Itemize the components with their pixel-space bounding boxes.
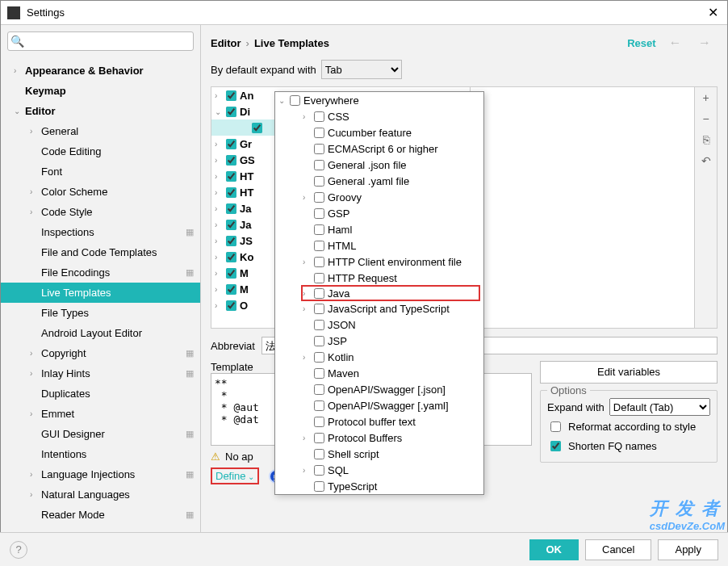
tool-button[interactable]: ↶ [695, 150, 717, 171]
sidebar-item[interactable]: ›Appearance & Behavior [1, 61, 200, 81]
context-item[interactable]: TypeScript [275, 478, 483, 494]
ok-button[interactable]: OK [529, 539, 579, 560]
template-preview [470, 87, 694, 328]
sidebar-item[interactable]: File Encodings▦ [1, 262, 200, 283]
sidebar-item[interactable]: Keymap [1, 81, 200, 101]
context-item[interactable]: ›SQL [275, 462, 483, 478]
context-item[interactable]: ›Java [301, 285, 480, 301]
sidebar-item[interactable]: ⌄Editor [1, 101, 200, 121]
context-item[interactable]: Maven [275, 365, 483, 381]
context-item[interactable]: ›CSS [275, 108, 483, 124]
expand-label: By default expand with [211, 64, 316, 76]
context-item[interactable]: General .json file [275, 157, 483, 173]
context-item[interactable]: OpenAPI/Swagger [.json] [275, 381, 483, 397]
sidebar-item[interactable]: ›Natural Languages [1, 484, 200, 505]
search-input[interactable] [7, 31, 194, 51]
edit-variables-button[interactable]: Edit variables [540, 361, 718, 384]
sidebar-item[interactable]: ›General [1, 121, 200, 141]
context-item[interactable]: GSP [275, 205, 483, 221]
app-icon [7, 6, 20, 19]
sidebar-item[interactable]: Android Layout Editor [1, 323, 200, 343]
titlebar: Settings ✕ [1, 1, 727, 25]
sidebar-item[interactable]: ›Inlay Hints▦ [1, 363, 200, 384]
context-popup[interactable]: ⌄ Everywhere ›CSSCucumber featureECMAScr… [274, 91, 484, 495]
define-link[interactable]: Define⌄ [215, 470, 254, 482]
reset-link[interactable]: Reset [627, 37, 655, 49]
context-item[interactable]: Protocol buffer text [275, 413, 483, 430]
context-item[interactable]: Haml [275, 221, 483, 237]
apply-button[interactable]: Apply [658, 539, 718, 560]
tool-button[interactable]: + [695, 87, 717, 108]
context-item[interactable]: ›JavaScript and TypeScript [275, 300, 483, 317]
cancel-button[interactable]: Cancel [585, 539, 651, 560]
tool-button[interactable]: ⎘ [695, 129, 717, 150]
warning-icon: ⚠ [211, 451, 220, 463]
sidebar: 🔍 ›Appearance & BehaviorKeymap⌄Editor›Ge… [1, 25, 201, 532]
expand-select[interactable]: Tab [321, 60, 402, 79]
close-icon[interactable]: ✕ [705, 5, 721, 20]
sidebar-item[interactable]: ›Language Injections▦ [1, 464, 200, 484]
nav-arrows[interactable]: ← → [669, 36, 718, 50]
everywhere-checkbox[interactable] [290, 95, 300, 106]
search-icon: 🔍 [10, 35, 24, 48]
context-item[interactable]: Cucumber feature [275, 124, 483, 140]
context-item[interactable]: HTTP Request [275, 270, 483, 286]
context-item[interactable]: ›HTTP Client environment file [275, 254, 483, 270]
sidebar-item[interactable]: GUI Designer▦ [1, 424, 200, 444]
define-highlight: Define⌄ [211, 467, 259, 484]
warning-text: No ap [225, 451, 253, 463]
sidebar-item[interactable]: ›Copyright▦ [1, 343, 200, 363]
context-item[interactable]: ›Protocol Buffers [275, 430, 483, 446]
context-item[interactable]: HTML [275, 237, 483, 254]
sidebar-item[interactable]: Live Templates [1, 283, 200, 303]
chevron-down-icon[interactable]: ⌄ [278, 96, 290, 105]
abbreviation-label: Abbreviat [211, 340, 255, 352]
help-button[interactable]: ? [10, 541, 27, 559]
context-item[interactable]: Shell script [275, 446, 483, 462]
sidebar-item[interactable]: File Types [1, 303, 200, 323]
window-title: Settings [27, 6, 705, 19]
context-item[interactable]: JSON [275, 317, 483, 333]
context-item[interactable]: JSP [275, 333, 483, 349]
sidebar-item[interactable]: ›Emmet [1, 404, 200, 424]
settings-tree: ›Appearance & BehaviorKeymap⌄Editor›Gene… [1, 57, 200, 532]
sidebar-item[interactable]: Code Editing [1, 141, 200, 161]
breadcrumb: Editor›Live Templates [211, 37, 329, 49]
sidebar-item[interactable]: Reader Mode▦ [1, 505, 200, 525]
footer: ? OK Cancel Apply [0, 532, 728, 566]
sidebar-item[interactable]: Duplicates [1, 384, 200, 404]
context-item[interactable]: ›Groovy [275, 189, 483, 205]
context-item[interactable]: OpenAPI/Swagger [.yaml] [275, 397, 483, 413]
sidebar-item[interactable]: ›Code Style [1, 202, 200, 222]
context-item[interactable]: ECMAScript 6 or higher [275, 140, 483, 157]
options-group: Options Expand with Default (Tab) Reform… [540, 390, 718, 463]
search-box: 🔍 [7, 31, 194, 51]
side-toolbar: +−⎘↶ [694, 87, 717, 328]
context-item[interactable]: General .yaml file [275, 173, 483, 189]
tool-button[interactable]: − [695, 108, 717, 129]
sidebar-item[interactable]: File and Code Templates [1, 242, 200, 262]
reformat-checkbox[interactable] [550, 421, 561, 432]
sidebar-item[interactable]: ›Color Scheme [1, 182, 200, 202]
sidebar-item[interactable]: Inspections▦ [1, 222, 200, 242]
context-item[interactable]: ›Kotlin [275, 349, 483, 365]
expand-with-select[interactable]: Default (Tab) [609, 398, 710, 416]
sidebar-item[interactable]: Intentions [1, 444, 200, 464]
shorten-checkbox[interactable] [550, 441, 561, 451]
sidebar-item[interactable]: Font [1, 161, 200, 182]
